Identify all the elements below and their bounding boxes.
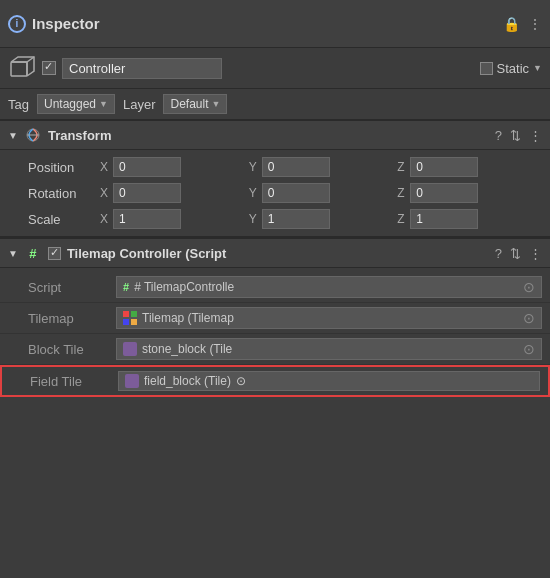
position-row: Position X Y Z bbox=[0, 154, 550, 180]
script-body: Script # # TilemapControlle ⊙ Tilemap Ti… bbox=[0, 268, 550, 401]
script-script-value[interactable]: # # TilemapControlle ⊙ bbox=[116, 276, 542, 298]
script-tilemap-dot[interactable]: ⊙ bbox=[523, 310, 535, 326]
scale-z-group: Z bbox=[397, 209, 542, 229]
scale-y-field[interactable] bbox=[262, 209, 330, 229]
layer-value: Default bbox=[170, 97, 208, 111]
rotation-z-label: Z bbox=[397, 186, 407, 200]
scale-y-label: Y bbox=[249, 212, 259, 226]
script-section-actions: ? ⇅ ⋮ bbox=[495, 246, 542, 261]
layer-dropdown[interactable]: Default ▼ bbox=[163, 94, 227, 114]
tag-dropdown[interactable]: Untagged ▼ bbox=[37, 94, 115, 114]
position-y-label: Y bbox=[249, 160, 259, 174]
transform-section-header: ▼ Transform ? ⇅ ⋮ bbox=[0, 120, 550, 150]
script-blocktile-dot[interactable]: ⊙ bbox=[523, 341, 535, 357]
field-tile-icon bbox=[125, 374, 139, 388]
svg-rect-0 bbox=[11, 62, 27, 76]
inspector-title: Inspector bbox=[32, 15, 497, 32]
position-y-group: Y bbox=[249, 157, 394, 177]
script-blocktile-value[interactable]: stone_block (Tile ⊙ bbox=[116, 338, 542, 360]
more-menu-icon[interactable]: ⋮ bbox=[528, 16, 542, 32]
static-row: Static ▼ bbox=[480, 61, 542, 76]
tag-layer-row: Tag Untagged ▼ Layer Default ▼ bbox=[0, 89, 550, 120]
svg-rect-8 bbox=[123, 319, 129, 325]
script-section-title: Tilemap Controller (Script bbox=[67, 246, 489, 261]
transform-sliders-icon[interactable]: ⇅ bbox=[510, 128, 521, 143]
scale-x-group: X bbox=[100, 209, 245, 229]
tag-dropdown-arrow: ▼ bbox=[99, 99, 108, 109]
rotation-z-field[interactable] bbox=[410, 183, 478, 203]
static-dropdown-arrow[interactable]: ▼ bbox=[533, 63, 542, 73]
script-sliders-icon[interactable]: ⇅ bbox=[510, 246, 521, 261]
gameobject-active-checkbox[interactable] bbox=[42, 61, 56, 75]
inspector-icon: i bbox=[8, 15, 26, 33]
hash-icon-small: # bbox=[123, 281, 129, 293]
scale-y-group: Y bbox=[249, 209, 394, 229]
layer-label: Layer bbox=[123, 97, 156, 112]
svg-rect-7 bbox=[131, 311, 137, 317]
position-x-label: X bbox=[100, 160, 110, 174]
script-collapse-arrow[interactable]: ▼ bbox=[8, 248, 18, 259]
gameobject-name-field[interactable] bbox=[62, 58, 222, 79]
layer-dropdown-arrow: ▼ bbox=[212, 99, 221, 109]
script-fieldtile-value[interactable]: field_block (Tile) ⊙ bbox=[118, 371, 540, 391]
rotation-y-field[interactable] bbox=[262, 183, 330, 203]
scale-z-field[interactable] bbox=[410, 209, 478, 229]
inspector-header: i Inspector 🔒 ⋮ bbox=[0, 0, 550, 48]
script-tilemap-text: Tilemap (Tilemap bbox=[142, 311, 234, 325]
script-blocktile-row: Block Tile stone_block (Tile ⊙ bbox=[0, 334, 550, 365]
script-tilemap-label: Tilemap bbox=[28, 311, 108, 326]
script-hash-icon: # bbox=[24, 244, 42, 262]
transform-collapse-arrow[interactable]: ▼ bbox=[8, 130, 18, 141]
script-fieldtile-label: Field Tile bbox=[30, 374, 110, 389]
position-z-field[interactable] bbox=[410, 157, 478, 177]
rotation-z-group: Z bbox=[397, 183, 542, 203]
position-x-group: X bbox=[100, 157, 245, 177]
rotation-x-group: X bbox=[100, 183, 245, 203]
position-x-field[interactable] bbox=[113, 157, 181, 177]
script-tilemap-row: Tilemap Tilemap (Tilemap ⊙ bbox=[0, 303, 550, 334]
script-script-dot[interactable]: ⊙ bbox=[523, 279, 535, 295]
tag-label: Tag bbox=[8, 97, 29, 112]
rotation-y-group: Y bbox=[249, 183, 394, 203]
script-fieldtile-row: Field Tile field_block (Tile) ⊙ bbox=[0, 365, 550, 397]
static-label: Static bbox=[497, 61, 530, 76]
scale-x-field[interactable] bbox=[113, 209, 181, 229]
script-tilemap-value[interactable]: Tilemap (Tilemap ⊙ bbox=[116, 307, 542, 329]
inspector-panel: i Inspector 🔒 ⋮ Static ▼ bbox=[0, 0, 550, 401]
rotation-x-field[interactable] bbox=[113, 183, 181, 203]
lock-icon[interactable]: 🔒 bbox=[503, 16, 520, 32]
position-z-label: Z bbox=[397, 160, 407, 174]
transform-menu-icon[interactable]: ⋮ bbox=[529, 128, 542, 143]
scale-z-label: Z bbox=[397, 212, 407, 226]
script-blocktile-text: stone_block (Tile bbox=[142, 342, 232, 356]
tag-value: Untagged bbox=[44, 97, 96, 111]
svg-rect-6 bbox=[123, 311, 129, 317]
transform-section-title: Transform bbox=[48, 128, 489, 143]
scale-label: Scale bbox=[28, 212, 96, 227]
svg-rect-9 bbox=[131, 319, 137, 325]
script-script-label: Script bbox=[28, 280, 108, 295]
cube-icon bbox=[8, 54, 36, 82]
script-section-header: ▼ # Tilemap Controller (Script ? ⇅ ⋮ bbox=[0, 237, 550, 268]
script-script-row: Script # # TilemapControlle ⊙ bbox=[0, 272, 550, 303]
transform-body: Position X Y Z Rotation X Y bbox=[0, 150, 550, 237]
transform-section-actions: ? ⇅ ⋮ bbox=[495, 128, 542, 143]
position-y-field[interactable] bbox=[262, 157, 330, 177]
position-label: Position bbox=[28, 160, 96, 175]
rotation-label: Rotation bbox=[28, 186, 96, 201]
script-blocktile-label: Block Tile bbox=[28, 342, 108, 357]
scale-x-label: X bbox=[100, 212, 110, 226]
static-checkbox[interactable] bbox=[480, 62, 493, 75]
gameobject-row: Static ▼ bbox=[0, 48, 550, 89]
script-fieldtile-text: field_block (Tile) bbox=[144, 374, 231, 388]
script-menu-icon[interactable]: ⋮ bbox=[529, 246, 542, 261]
script-fieldtile-dot[interactable]: ⊙ bbox=[236, 374, 246, 388]
transform-help-icon[interactable]: ? bbox=[495, 128, 502, 143]
script-help-icon[interactable]: ? bbox=[495, 246, 502, 261]
script-script-text: # TilemapControlle bbox=[134, 280, 234, 294]
rotation-x-label: X bbox=[100, 186, 110, 200]
script-active-checkbox[interactable] bbox=[48, 247, 61, 260]
transform-icon bbox=[24, 126, 42, 144]
header-icons: 🔒 ⋮ bbox=[503, 16, 542, 32]
position-z-group: Z bbox=[397, 157, 542, 177]
